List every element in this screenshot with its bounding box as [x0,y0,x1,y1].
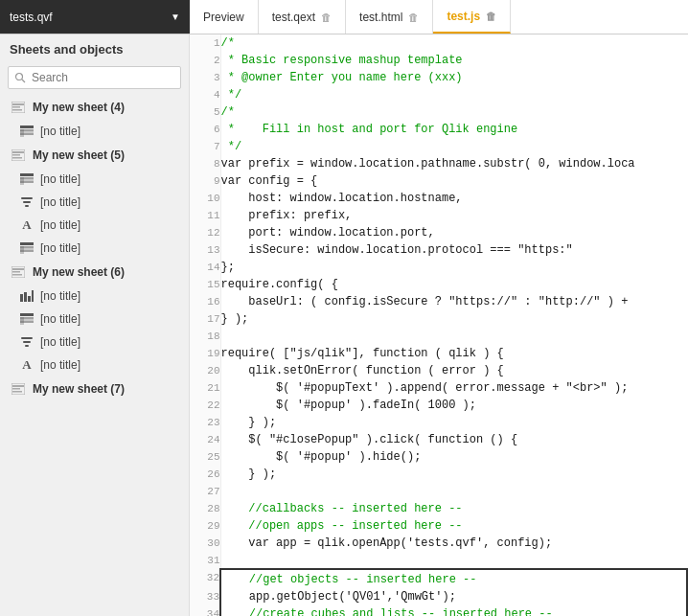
line-number: 10 [190,190,220,207]
line-number: 32 [190,569,220,588]
list-item[interactable]: A[no title] [0,354,189,376]
line-number: 16 [190,293,220,310]
sheet-group[interactable]: My new sheet (6) [0,260,189,285]
line-number: 23 [190,414,220,431]
table-icon [19,311,34,327]
table-row: 3 * @owner Enter you name here (xxx) [190,69,687,86]
table-row: 20 qlik.setOnError( function ( error ) { [190,362,687,379]
object-label: [no title] [40,241,80,255]
line-code: //create cubes and lists -- inserted her… [220,605,687,616]
svg-rect-3 [12,109,22,111]
top-bar: tests.qvf ▼ Previewtest.qext🗑test.html🗑t… [0,0,688,34]
list-item[interactable]: [no title] [0,191,189,214]
line-code: app.getObject('QV01','QmwGt'); [220,588,687,605]
line-number: 33 [190,588,220,605]
line-code: */ [220,86,687,103]
sidebar: Sheets and objects My new sheet (4)[no t… [0,34,190,616]
line-number: 7 [190,138,220,155]
svg-rect-41 [12,391,22,393]
sheet-group[interactable]: My new sheet (7) [0,376,189,401]
svg-rect-1 [12,103,24,105]
line-code: //open apps -- inserted here -- [220,517,687,535]
svg-rect-15 [20,177,24,185]
line-number: 4 [190,86,220,103]
line-code: host: window.location.hostname, [220,190,687,207]
code-editor[interactable]: 1/*2 * Basic responsive mashup template3… [190,34,688,616]
svg-rect-12 [20,173,34,176]
line-code: */ [220,138,687,155]
line-number: 20 [190,362,220,379]
line-number: 5 [190,103,220,121]
sheet-icon [10,148,27,162]
table-row: 31 [190,552,687,569]
list-item[interactable]: [no title] [0,120,189,143]
tab-preview[interactable]: Preview [190,0,259,34]
list-item[interactable]: [no title] [0,308,189,331]
list-item[interactable]: A[no title] [0,214,189,237]
table-row: 7 */ [190,138,687,155]
svg-rect-17 [23,201,31,203]
line-code: port: window.location.port, [220,224,687,241]
line-number: 3 [190,69,220,86]
sheet-group[interactable]: My new sheet (4) [0,95,189,120]
table-row: 17} ); [190,310,687,328]
line-code: qlik.setOnError( function ( error ) { [220,362,687,379]
table-row: 11 prefix: prefix, [190,207,687,224]
line-number: 15 [190,276,220,293]
line-code: //callbacks -- inserted here -- [220,500,687,517]
sheet-group[interactable]: My new sheet (5) [0,143,189,168]
line-number: 30 [190,535,220,552]
object-label: [no title] [40,195,80,209]
table-row: 12 port: window.location.port, [190,224,687,241]
table-row: 19require( ["js/qlik"], function ( qlik … [190,345,687,362]
svg-rect-29 [28,296,31,302]
sheet-icon [10,382,27,396]
svg-rect-40 [12,388,20,390]
svg-rect-16 [21,197,33,199]
line-code: * @owner Enter you name here (xxx) [220,69,687,86]
line-code: $( '#popup' ).fadeIn( 1000 ); [220,397,687,414]
trash-icon[interactable]: 🗑 [321,11,332,23]
svg-rect-19 [20,242,34,245]
line-code: prefix: prefix, [220,207,687,224]
sidebar-search-container [0,62,189,95]
line-number: 22 [190,397,220,414]
line-number: 9 [190,172,220,190]
line-code: require.config( { [220,276,687,293]
table-row: 23 } ); [190,414,687,431]
line-number: 21 [190,379,220,397]
table-row: 1/* [190,34,687,52]
list-item[interactable]: [no title] [0,285,189,308]
svg-rect-24 [12,268,24,270]
list-item[interactable]: [no title] [0,237,189,260]
table-row: 10 host: window.location.hostname, [190,190,687,207]
tab-test-html[interactable]: test.html🗑 [346,0,433,34]
table-row: 25 $( '#popup' ).hide(); [190,448,687,466]
object-label: [no title] [40,172,80,186]
svg-rect-11 [12,157,22,159]
sidebar-items: My new sheet (4)[no title]My new sheet (… [0,95,189,616]
line-number: 17 [190,310,220,328]
table-row: 33 app.getObject('QV01','QmwGt'); [190,588,687,605]
table-row: 32 //get objects -- inserted here -- [190,569,687,588]
app-selector[interactable]: tests.qvf ▼ [0,0,190,34]
list-item[interactable]: [no title] [0,331,189,354]
table-row: 24 $( "#closePopup" ).click( function ()… [190,431,687,448]
line-code: require( ["js/qlik"], function ( qlik ) … [220,345,687,362]
tab-test-qext[interactable]: test.qext🗑 [259,0,346,34]
trash-icon[interactable]: 🗑 [486,11,496,22]
svg-rect-7 [20,129,24,137]
table-row: 18 [190,328,687,345]
trash-icon[interactable]: 🗑 [408,11,419,23]
list-item[interactable]: [no title] [0,168,189,191]
search-input[interactable] [8,66,181,89]
line-number: 13 [190,241,220,259]
line-code: var app = qlik.openApp('tests.qvf', conf… [220,535,687,552]
line-number: 26 [190,466,220,483]
line-number: 12 [190,224,220,241]
table-icon [19,124,34,139]
table-row: 34 //create cubes and lists -- inserted … [190,605,687,616]
tab-test-js[interactable]: test.js🗑 [433,0,511,34]
line-code: /* [220,103,687,121]
line-code: $( "#closePopup" ).click( function () { [220,431,687,448]
